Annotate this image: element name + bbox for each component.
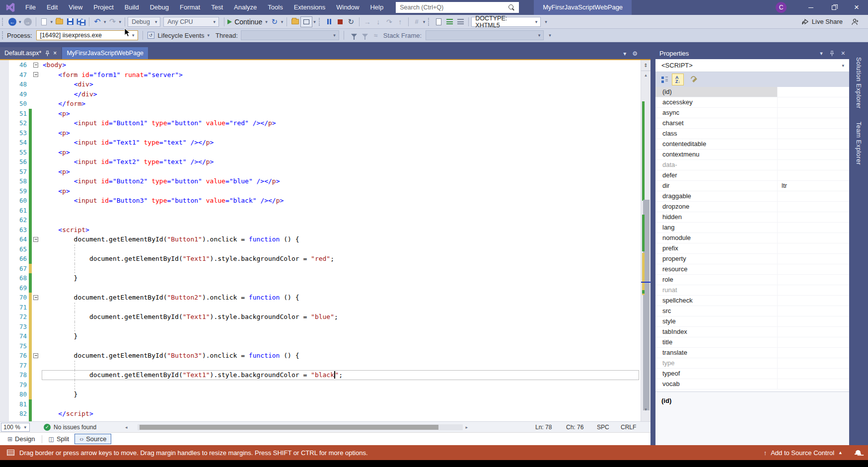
feedback-button[interactable] [850,16,860,27]
property-value[interactable] [778,275,849,285]
property-name[interactable]: (id) [655,87,778,97]
outlining-margin[interactable] [32,254,41,264]
menu-item-analyze[interactable]: Analyze [228,0,262,15]
menu-item-window[interactable]: Window [331,0,364,15]
outlining-margin[interactable] [32,60,41,70]
code-line-60[interactable]: 60 <input id="Button3" type="button" val… [0,196,641,206]
outlining-margin[interactable] [32,399,41,409]
indicator-margin[interactable] [0,361,9,371]
indicator-margin[interactable] [0,234,9,244]
outlining-margin[interactable] [32,322,41,332]
outlining-margin[interactable] [32,419,41,422]
property-name[interactable]: runat [655,285,778,295]
outlining-margin[interactable] [32,128,41,138]
property-value[interactable] [778,254,849,264]
open-file-button[interactable] [54,16,64,27]
notifications-bell-icon[interactable] [855,450,861,456]
document-outline-button[interactable] [434,16,443,27]
code-line-75[interactable]: 75 [0,341,641,351]
property-value[interactable] [778,202,849,212]
menu-item-build[interactable]: Build [119,0,145,15]
property-name[interactable]: dropzone [655,202,778,212]
menu-item-help[interactable]: Help [364,0,389,15]
property-row-runat[interactable]: runat [655,285,849,296]
code-line-52[interactable]: 52 <input id="Button1" type="button" val… [0,118,641,128]
code-line-77[interactable]: 77 [0,361,641,371]
scroll-down-arrow[interactable]: ▾ [641,405,651,413]
indicator-margin[interactable] [0,89,9,99]
code-line-76[interactable]: 76 document.getElementById("Button3").on… [0,351,641,361]
property-value[interactable]: ltr [778,181,849,191]
property-row-draggable[interactable]: draggable [655,191,849,202]
indicator-margin[interactable] [0,244,9,254]
restore-button[interactable] [822,0,845,15]
code-line-64[interactable]: 64 document.getElementById("Button1").on… [0,234,641,244]
indicator-margin[interactable] [0,118,9,128]
doctype-select[interactable]: DOCTYPE: XHTML5▾ [471,17,541,27]
property-name[interactable]: async [655,108,778,118]
lifecycle-dropdown-icon[interactable]: ▾ [208,33,210,38]
property-row-accesskey[interactable]: accesskey [655,97,849,108]
undo-button[interactable]: ↶ [92,16,102,27]
restart-dropdown[interactable]: ▾ [281,19,284,24]
property-row-type[interactable]: type [655,358,849,369]
outlining-margin[interactable] [32,351,41,361]
outlining-margin[interactable] [32,138,41,148]
property-name[interactable]: vocab [655,379,778,389]
scrollbar-track[interactable]: ▾ [641,79,651,413]
property-value[interactable] [778,108,849,118]
menu-item-format[interactable]: Format [174,0,206,15]
design-view-button[interactable]: ⊞ Design [3,434,40,444]
property-name[interactable]: hidden [655,212,778,222]
property-row-dropzone[interactable]: dropzone [655,202,849,212]
outlining-margin[interactable] [32,331,41,341]
code-line-48[interactable]: 48 <div> [0,79,641,89]
break-all-button[interactable] [324,16,334,27]
browser-preview-button[interactable] [300,16,312,27]
indicator-margin[interactable] [0,215,9,225]
indicator-margin[interactable] [0,225,9,235]
property-value[interactable] [778,170,849,180]
code-line-56[interactable]: 56 <input id="Text2" type="text" /></p> [0,157,641,167]
horizontal-scrollbar[interactable] [138,424,463,430]
code-line-78[interactable]: 78 document.getElementById("Text1").styl… [0,370,641,380]
indicator-margin[interactable] [0,254,9,264]
properties-close-icon[interactable]: × [841,49,845,57]
property-row-prefix[interactable]: prefix [655,243,849,254]
split-window-handle[interactable]: ⇕ [641,60,651,71]
property-name[interactable]: prefix [655,243,778,253]
property-value[interactable] [778,97,849,107]
indicator-margin[interactable] [0,273,9,283]
property-row-vocab[interactable]: vocab [655,379,849,389]
property-name[interactable]: src [655,306,778,316]
outlining-margin[interactable] [32,70,41,80]
indicator-margin[interactable] [0,60,9,70]
navigate-forward-button[interactable]: → [23,16,33,27]
hscroll-left-arrow[interactable]: ◂ [122,425,131,430]
property-row-data[interactable]: data- [655,160,849,170]
indicator-margin[interactable] [0,109,9,119]
property-value[interactable] [778,87,849,97]
step-over-button[interactable]: ↷ [384,16,394,27]
menu-item-view[interactable]: View [63,0,88,15]
indicator-margin[interactable] [0,167,9,177]
indicator-margin[interactable] [0,206,9,216]
property-row-contextmenu[interactable]: contextmenu [655,150,849,160]
format-selection-button[interactable] [455,16,465,27]
outlining-margin[interactable] [32,264,41,274]
property-row-lang[interactable]: lang [655,223,849,233]
property-name[interactable]: nomodule [655,233,778,243]
code-line-72[interactable]: 72 document.getElementById("Text1").styl… [0,312,641,322]
property-name[interactable]: dir [655,181,778,191]
step-out-button[interactable]: ↑ [395,16,405,27]
solution-configuration-select[interactable]: Debug▾ [128,17,160,27]
code-line-69[interactable]: 69 [0,283,641,293]
property-value[interactable] [778,306,849,316]
code-line-46[interactable]: 46<body> [0,60,641,70]
property-value[interactable] [778,264,849,274]
property-value[interactable] [778,358,849,368]
property-row-id[interactable]: (id) [655,87,849,97]
property-value[interactable] [778,233,849,243]
outlining-margin[interactable] [32,206,41,216]
property-value[interactable] [778,348,849,358]
